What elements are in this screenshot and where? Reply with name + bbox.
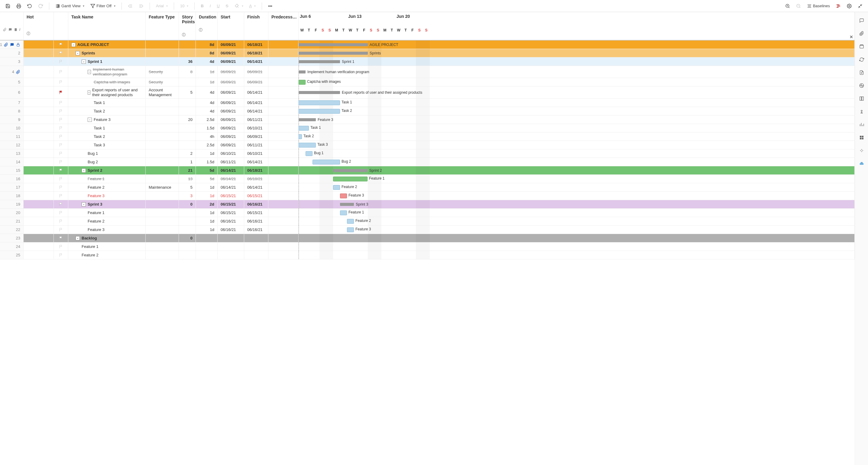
settings-button[interactable] (844, 2, 854, 10)
task-name-cell[interactable]: -Feature 3 (68, 116, 146, 124)
predecessors-cell[interactable] (268, 166, 299, 174)
finish-cell[interactable] (244, 251, 268, 259)
predecessors-cell[interactable] (268, 175, 299, 183)
critical-path-button[interactable] (834, 2, 843, 10)
gantt-cell[interactable]: Export reports of user and their assigne… (299, 86, 855, 98)
attachments-button[interactable] (859, 31, 864, 37)
finish-cell[interactable]: 06/18/21 (244, 175, 268, 183)
feature-cell[interactable] (146, 40, 179, 49)
story-points-cell[interactable]: 0 (179, 234, 196, 242)
hot-cell[interactable] (24, 86, 54, 98)
finish-cell[interactable]: 06/16/21 (244, 200, 268, 208)
duration-cell[interactable]: 2d (196, 200, 218, 208)
flag-cell[interactable] (54, 251, 68, 259)
row-number[interactable]: 24 (0, 242, 24, 251)
gantt-bar[interactable]: Sprint 3 (340, 203, 354, 206)
row-number[interactable]: 6 (0, 86, 24, 98)
row-number[interactable]: 23 (0, 234, 24, 242)
flag-cell[interactable] (54, 66, 68, 78)
row-number[interactable]: 7 (0, 98, 24, 107)
story-points-cell[interactable] (179, 98, 196, 107)
predecessors-cell[interactable] (268, 116, 299, 124)
story-points-cell[interactable]: 2 (179, 149, 196, 157)
gantt-cell[interactable]: Captcha with images (299, 78, 855, 86)
task-name-cell[interactable]: -AGILE PROJECT (68, 40, 146, 49)
row-number[interactable]: 3 (0, 57, 24, 66)
finish-cell[interactable]: 06/14/21 (244, 183, 268, 192)
gantt-bar[interactable]: Task 2 (299, 109, 340, 114)
gantt-bar[interactable]: Sprints (299, 52, 368, 55)
row-number[interactable]: 19 (0, 200, 24, 208)
gantt-bar[interactable]: Implement human verification program (299, 70, 306, 74)
task-name-cell[interactable]: Feature 3 (68, 192, 146, 200)
print-button[interactable] (14, 2, 24, 10)
flag-cell[interactable] (54, 192, 68, 200)
format-button[interactable] (859, 135, 864, 141)
row-number[interactable]: 25 (0, 251, 24, 259)
gantt-cell[interactable]: AGILE PROJECT (299, 40, 855, 49)
zoom-in-button[interactable] (783, 2, 793, 10)
predecessors-cell[interactable] (268, 86, 299, 98)
duration-cell[interactable] (196, 242, 218, 251)
task-name-cell[interactable]: Task 1 (68, 98, 146, 107)
duration-cell[interactable]: 4d (196, 86, 218, 98)
predecessors-cell[interactable] (268, 124, 299, 132)
toggle-icon[interactable]: - (82, 168, 86, 173)
start-cell[interactable]: 06/09/21 (218, 133, 244, 141)
col-pred[interactable]: Predecess… (268, 12, 299, 40)
toggle-icon[interactable]: - (82, 60, 86, 64)
duration-cell[interactable]: 1d (196, 226, 218, 234)
hot-cell[interactable] (24, 98, 54, 107)
hot-cell[interactable] (24, 149, 54, 157)
duration-cell[interactable]: 1.5d (196, 124, 218, 132)
finish-cell[interactable] (244, 234, 268, 242)
hot-cell[interactable] (24, 183, 54, 192)
predecessors-cell[interactable] (268, 78, 299, 86)
start-cell[interactable]: 06/11/21 (218, 158, 244, 166)
duration-cell[interactable]: 2.5d (196, 116, 218, 124)
start-cell[interactable]: 06/14/21 (218, 175, 244, 183)
story-points-cell[interactable] (179, 141, 196, 149)
duration-cell[interactable]: 8d (196, 40, 218, 49)
story-points-cell[interactable]: 36 (179, 57, 196, 66)
finish-cell[interactable] (244, 242, 268, 251)
redo-button[interactable] (36, 2, 45, 10)
flag-cell[interactable] (54, 98, 68, 107)
toggle-icon[interactable]: - (71, 42, 75, 47)
update-requests-button[interactable] (859, 57, 864, 63)
col-task[interactable]: Task Name (68, 12, 146, 40)
more-button[interactable]: ••• (266, 2, 275, 10)
task-name-cell[interactable]: Feature 1 (68, 242, 146, 251)
duration-cell[interactable]: 1.5d (196, 158, 218, 166)
toggle-icon[interactable]: - (88, 118, 92, 122)
duration-cell[interactable] (196, 234, 218, 242)
flag-cell[interactable] (54, 183, 68, 192)
gantt-cell[interactable] (299, 251, 855, 259)
predecessors-cell[interactable] (268, 209, 299, 217)
story-points-cell[interactable] (179, 133, 196, 141)
gantt-cell[interactable]: Bug 2 (299, 158, 855, 166)
start-cell[interactable]: 06/09/21 (218, 116, 244, 124)
row-number[interactable]: 5 (0, 78, 24, 86)
row-number[interactable]: 10 (0, 124, 24, 132)
duration-cell[interactable]: 1d (196, 66, 218, 78)
gantt-cell[interactable]: Sprint 2 (299, 166, 855, 174)
bold-button[interactable]: B (198, 2, 206, 10)
row-number[interactable]: 15 (0, 166, 24, 174)
gantt-cell[interactable]: Feature 3 (299, 226, 855, 234)
duration-cell[interactable]: 1d (196, 149, 218, 157)
row-number[interactable]: 18 (0, 192, 24, 200)
gantt-cell[interactable]: Task 2 (299, 133, 855, 141)
start-cell[interactable] (218, 242, 244, 251)
gantt-bar[interactable]: Feature 2 (333, 185, 340, 190)
flag-cell[interactable] (54, 217, 68, 225)
finish-cell[interactable]: 06/18/21 (244, 40, 268, 49)
proofs-button[interactable] (859, 44, 864, 50)
hot-cell[interactable] (24, 49, 54, 57)
flag-cell[interactable] (54, 107, 68, 115)
gantt-bar[interactable]: Sprint 1 (299, 60, 340, 63)
story-points-cell[interactable] (179, 107, 196, 115)
start-cell[interactable]: 06/09/21 (218, 57, 244, 66)
toggle-icon[interactable]: - (75, 236, 80, 240)
task-name-cell[interactable]: -Sprints (68, 49, 146, 57)
